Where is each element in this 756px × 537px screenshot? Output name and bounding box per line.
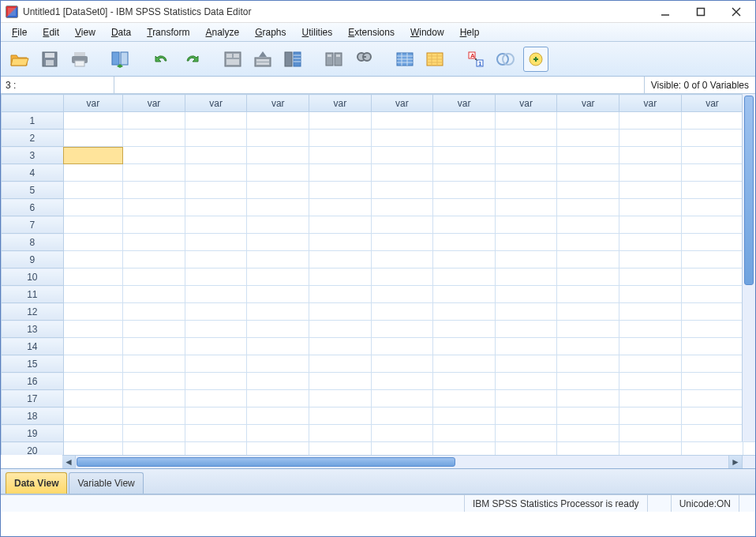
- data-cell[interactable]: [495, 112, 557, 130]
- close-button[interactable]: [718, 1, 754, 23]
- data-cell[interactable]: [63, 373, 123, 390]
- data-cell[interactable]: [185, 338, 247, 355]
- data-cell[interactable]: [681, 407, 743, 425]
- data-cell[interactable]: [495, 338, 557, 355]
- data-cell[interactable]: [557, 355, 619, 373]
- data-cell[interactable]: [309, 390, 372, 407]
- split-file-button[interactable]: A1: [463, 47, 488, 72]
- data-cell[interactable]: [495, 164, 557, 182]
- menu-extensions[interactable]: Extensions: [340, 24, 402, 40]
- data-cell[interactable]: [123, 147, 185, 164]
- row-header[interactable]: 9: [2, 251, 64, 268]
- data-cell[interactable]: [309, 130, 372, 147]
- data-cell[interactable]: [185, 407, 247, 425]
- row-header[interactable]: 5: [2, 182, 64, 199]
- data-cell[interactable]: [247, 373, 309, 390]
- data-cell[interactable]: [185, 182, 247, 199]
- data-cell[interactable]: [185, 268, 247, 286]
- column-header[interactable]: var: [63, 95, 123, 112]
- data-cell[interactable]: [619, 130, 682, 147]
- data-cell[interactable]: [557, 425, 619, 442]
- data-cell[interactable]: [619, 373, 682, 390]
- data-cell[interactable]: [63, 251, 123, 268]
- data-cell[interactable]: [185, 147, 247, 164]
- data-cell[interactable]: [371, 199, 433, 216]
- row-header[interactable]: 8: [2, 234, 64, 251]
- data-cell[interactable]: [495, 303, 557, 321]
- menu-window[interactable]: Window: [402, 24, 452, 40]
- data-cell[interactable]: [309, 164, 372, 182]
- data-cell[interactable]: [123, 182, 185, 199]
- data-cell[interactable]: [63, 268, 123, 286]
- data-cell[interactable]: [557, 338, 619, 355]
- data-cell[interactable]: [433, 355, 496, 373]
- data-cell[interactable]: [309, 234, 372, 251]
- column-header[interactable]: var: [185, 95, 247, 112]
- data-cell[interactable]: [433, 112, 496, 130]
- data-cell[interactable]: [371, 303, 433, 321]
- data-cell[interactable]: [681, 251, 743, 268]
- data-cell[interactable]: [433, 234, 496, 251]
- data-cell[interactable]: [619, 303, 682, 321]
- data-grid[interactable]: varvarvarvarvarvarvarvarvarvarvarvar 123…: [1, 94, 755, 455]
- data-cell[interactable]: [247, 112, 309, 130]
- data-cell[interactable]: [495, 442, 557, 456]
- scroll-right-button[interactable]: ►: [728, 456, 742, 468]
- print-button[interactable]: [67, 47, 92, 72]
- data-cell[interactable]: [433, 425, 496, 442]
- data-cell[interactable]: [371, 251, 433, 268]
- data-cell[interactable]: [63, 407, 123, 425]
- data-cell[interactable]: [123, 303, 185, 321]
- data-cell[interactable]: [309, 355, 372, 373]
- data-cell[interactable]: [247, 321, 309, 338]
- row-header[interactable]: 11: [2, 286, 64, 303]
- data-cell[interactable]: [247, 164, 309, 182]
- data-cell[interactable]: [619, 147, 682, 164]
- data-cell[interactable]: [63, 234, 123, 251]
- menu-help[interactable]: Help: [452, 24, 488, 40]
- data-cell[interactable]: [681, 425, 743, 442]
- data-cell[interactable]: [247, 234, 309, 251]
- insert-variable-button[interactable]: [422, 47, 447, 72]
- column-header[interactable]: var: [495, 95, 557, 112]
- data-cell[interactable]: [371, 130, 433, 147]
- horizontal-scrollbar[interactable]: ◄ ►: [62, 455, 742, 468]
- minimize-button[interactable]: [647, 1, 683, 23]
- cell-entry-field[interactable]: [114, 77, 645, 93]
- data-cell[interactable]: [433, 268, 496, 286]
- data-cell[interactable]: [495, 130, 557, 147]
- data-cell[interactable]: [185, 425, 247, 442]
- menu-graphs[interactable]: Graphs: [247, 24, 294, 40]
- data-cell[interactable]: [557, 164, 619, 182]
- data-cell[interactable]: [433, 164, 496, 182]
- data-cell[interactable]: [309, 425, 372, 442]
- horizontal-scroll-thumb[interactable]: [77, 457, 455, 467]
- recall-dialog-button[interactable]: [108, 47, 133, 72]
- data-cell[interactable]: [309, 147, 372, 164]
- data-cell[interactable]: [123, 321, 185, 338]
- data-cell[interactable]: [123, 251, 185, 268]
- data-cell[interactable]: [557, 321, 619, 338]
- data-cell[interactable]: [557, 390, 619, 407]
- data-cell[interactable]: [495, 216, 557, 234]
- data-cell[interactable]: [619, 286, 682, 303]
- row-header[interactable]: 14: [2, 338, 64, 355]
- data-cell[interactable]: [63, 286, 123, 303]
- data-cell[interactable]: [63, 164, 123, 182]
- weight-cases-button[interactable]: [493, 47, 518, 72]
- menu-edit[interactable]: Edit: [35, 24, 67, 40]
- data-cell[interactable]: [619, 268, 682, 286]
- data-cell[interactable]: [433, 321, 496, 338]
- row-header[interactable]: 13: [2, 321, 64, 338]
- data-cell[interactable]: [185, 164, 247, 182]
- data-cell[interactable]: [681, 303, 743, 321]
- data-cell[interactable]: [433, 338, 496, 355]
- cell-reference-box[interactable]: 3 :: [1, 77, 114, 93]
- data-cell[interactable]: [433, 303, 496, 321]
- data-cell[interactable]: [309, 286, 372, 303]
- save-button[interactable]: [37, 47, 62, 72]
- data-cell[interactable]: [619, 216, 682, 234]
- goto-case-button[interactable]: [220, 47, 245, 72]
- data-cell[interactable]: [495, 390, 557, 407]
- data-cell[interactable]: [123, 390, 185, 407]
